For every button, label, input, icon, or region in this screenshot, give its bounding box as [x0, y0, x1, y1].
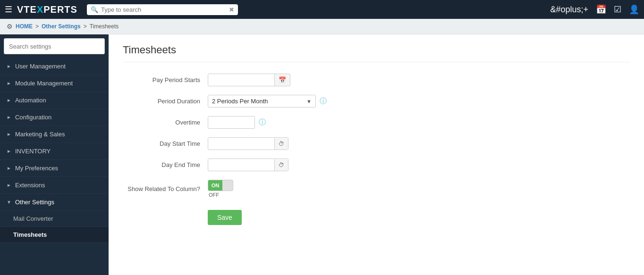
show-related-row: Show Related To Column? ON OFF [123, 180, 453, 198]
user-icon[interactable]: 👤 [629, 4, 639, 15]
sidebar-item-configuration[interactable]: ► Configuration [0, 109, 109, 126]
logo-x: X [37, 4, 43, 15]
sidebar-item-label: Automation [15, 97, 46, 104]
logo-vt: VTE [17, 4, 37, 15]
save-control: Save [208, 206, 242, 225]
sidebar-item-label: Extensions [15, 182, 45, 189]
sidebar-item-my-preferences[interactable]: ► My Preferences [0, 160, 109, 177]
pay-period-input[interactable]: 12-01-2017 [208, 74, 274, 86]
day-end-row: Day End Time 06:00 PM ⏱ [123, 158, 453, 171]
breadcrumb-separator2: > [84, 23, 87, 30]
day-end-input-wrapper: 06:00 PM ⏱ [208, 158, 288, 171]
day-start-input[interactable]: 07:00 AM [208, 138, 274, 150]
calendar-icon[interactable]: 📅 [596, 4, 606, 15]
overtime-row: Overtime 40 ⓘ [123, 116, 453, 129]
toggle-track[interactable]: ON [208, 180, 233, 191]
overtime-input[interactable]: 40 [208, 116, 255, 129]
sidebar-item-label: User Management [15, 63, 66, 70]
chevron-right-icon: ► [7, 81, 11, 86]
content-wrapper: ► User Management ► Module Management ► … [0, 34, 644, 275]
nav-right-icons: &#oplus;+ 📅 ☑ 👤 [550, 4, 639, 15]
period-duration-control: 2 Periods Per Month 1 Period Per Month 4… [208, 95, 327, 108]
app-logo: VTEXPERTS [17, 4, 77, 15]
overtime-control: 40 ⓘ [208, 116, 266, 129]
chevron-right-icon: ► [7, 183, 11, 188]
calendar-picker-icon[interactable]: 📅 [274, 74, 290, 86]
toggle-off-part[interactable] [222, 180, 233, 191]
search-icon: 🔍 [91, 6, 98, 13]
chevron-right-icon: ► [7, 98, 11, 103]
sidebar-item-module-management[interactable]: ► Module Management [0, 75, 109, 92]
main-area: Timesheets Pay Period Starts 12-01-2017 … [109, 34, 644, 275]
top-navigation: ☰ VTEXPERTS 🔍 ✖ &#oplus;+ 📅 ☑ 👤 [0, 0, 644, 19]
period-duration-label: Period Duration [123, 98, 208, 105]
global-search: 🔍 ✖ [87, 4, 238, 15]
sidebar-search-input[interactable] [9, 43, 100, 50]
tasks-icon[interactable]: ☑ [614, 4, 621, 15]
day-end-label: Day End Time [123, 161, 208, 168]
sidebar-subitem-mail-converter[interactable]: Mail Converter [0, 211, 109, 227]
sidebar-item-label: Other Settings [15, 199, 54, 206]
chevron-down-icon: ▼ [7, 200, 11, 205]
pay-period-row: Pay Period Starts 12-01-2017 📅 [123, 74, 453, 86]
overtime-label: Overtime [123, 119, 208, 126]
chevron-right-icon: ► [7, 115, 11, 120]
add-icon[interactable]: &#oplus;+ [550, 5, 588, 15]
save-button[interactable]: Save [208, 210, 242, 225]
pay-period-label: Pay Period Starts [123, 76, 208, 83]
breadcrumb: ⚙ HOME > Other Settings > Timesheets [0, 19, 644, 34]
logo-perts: PERTS [43, 4, 77, 15]
toggle-on-part[interactable]: ON [208, 180, 222, 191]
period-duration-select[interactable]: 2 Periods Per Month 1 Period Per Month 4… [208, 95, 303, 107]
pay-period-input-wrapper: 12-01-2017 📅 [208, 74, 290, 86]
search-clear-icon[interactable]: ✖ [229, 6, 234, 13]
sidebar-item-label: INVENTORY [15, 148, 51, 155]
page-content: Timesheets Pay Period Starts 12-01-2017 … [109, 34, 644, 275]
sidebar-item-label: Configuration [15, 114, 51, 121]
timesheets-form: Pay Period Starts 12-01-2017 📅 Period Du… [123, 74, 453, 225]
period-duration-select-wrapper: 2 Periods Per Month 1 Period Per Month 4… [208, 95, 316, 108]
breadcrumb-current: Timesheets [90, 23, 119, 30]
save-row: Save [123, 206, 453, 225]
breadcrumb-separator1: > [35, 23, 39, 30]
search-input[interactable] [101, 6, 226, 13]
sidebar-item-extensions[interactable]: ► Extensions [0, 177, 109, 194]
breadcrumb-home[interactable]: HOME [16, 23, 33, 30]
day-start-control: 07:00 AM ⏱ [208, 137, 288, 150]
settings-gear-icon: ⚙ [7, 23, 13, 30]
toggle-off-label: OFF [208, 191, 233, 198]
toggle-wrapper: ON OFF [208, 180, 233, 198]
sidebar-item-other-settings[interactable]: ▼ Other Settings [0, 194, 109, 211]
sidebar-item-label: Marketing & Sales [15, 131, 65, 138]
sidebar: ► User Management ► Module Management ► … [0, 34, 109, 275]
sidebar-search-box[interactable] [4, 38, 105, 54]
sidebar-item-marketing-sales[interactable]: ► Marketing & Sales [0, 126, 109, 143]
sidebar-item-label: My Preferences [15, 165, 58, 172]
breadcrumb-other-settings[interactable]: Other Settings [42, 23, 81, 30]
show-related-label: Show Related To Column? [123, 185, 208, 192]
chevron-right-icon: ► [7, 64, 11, 69]
period-duration-info-icon[interactable]: ⓘ [320, 97, 327, 106]
day-start-label: Day Start Time [123, 140, 208, 147]
sidebar-item-automation[interactable]: ► Automation [0, 92, 109, 109]
pay-period-control: 12-01-2017 📅 [208, 74, 290, 86]
page-title: Timesheets [123, 44, 630, 62]
show-related-control: ON OFF [208, 180, 233, 198]
chevron-right-icon: ► [7, 166, 11, 171]
overtime-info-icon[interactable]: ⓘ [259, 118, 266, 127]
sidebar-item-user-management[interactable]: ► User Management [0, 58, 109, 75]
day-start-clock-icon[interactable]: ⏱ [274, 138, 288, 150]
day-end-input[interactable]: 06:00 PM [208, 159, 274, 171]
chevron-right-icon: ► [7, 132, 11, 137]
select-chevron-down-icon: ▼ [303, 96, 315, 107]
hamburger-menu[interactable]: ☰ [5, 4, 12, 15]
sidebar-item-label: Module Management [15, 80, 73, 87]
day-end-control: 06:00 PM ⏱ [208, 158, 288, 171]
day-end-clock-icon[interactable]: ⏱ [274, 159, 288, 171]
sidebar-item-inventory[interactable]: ► INVENTORY [0, 143, 109, 160]
sidebar-subitem-timesheets[interactable]: Timesheets [0, 227, 109, 243]
chevron-right-icon: ► [7, 149, 11, 154]
day-start-row: Day Start Time 07:00 AM ⏱ [123, 137, 453, 150]
period-duration-row: Period Duration 2 Periods Per Month 1 Pe… [123, 95, 453, 108]
day-start-input-wrapper: 07:00 AM ⏱ [208, 137, 288, 150]
